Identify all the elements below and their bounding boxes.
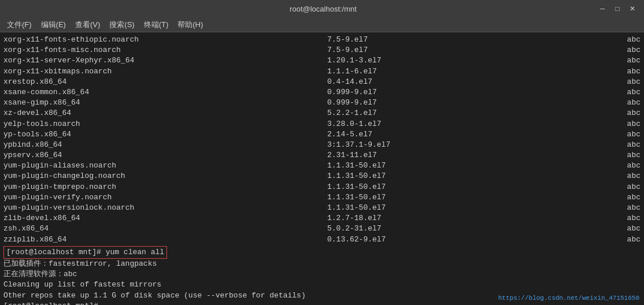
table-row: yum-plugin-changelog.noarch1.1.31-50.el7…: [3, 171, 641, 181]
menu-file[interactable]: 文件(F): [2, 18, 36, 31]
package-name: yelp-tools.noarch: [3, 119, 200, 129]
package-repo: abc: [627, 98, 641, 108]
table-row: zziplib.x86_640.13.62-9.el7abc: [3, 235, 641, 245]
package-name: xorg-x11-xbitmaps.noarch: [3, 66, 200, 77]
terminal-wrapper: xorg-x11-fonts-ethiopic.noarch7.5-9.el7a…: [0, 32, 644, 305]
package-repo: abc: [627, 182, 641, 192]
package-name: zsh.x86_64: [3, 224, 200, 234]
output-line: Cleaning up list of fastest mirrors: [3, 280, 641, 290]
package-repo: abc: [627, 55, 641, 66]
menu-terminal[interactable]: 终端(T): [139, 18, 173, 31]
blog-link: https://blog.csdn.net/weixin_47151650: [498, 295, 639, 302]
table-row: zlib-devel.x86_641.2.7-18.el7abc: [3, 213, 641, 224]
table-row: xrestop.x86_640.4-14.el7abc: [3, 77, 641, 87]
package-repo: abc: [627, 213, 641, 224]
package-name: yum-plugin-tmprepo.noarch: [3, 182, 200, 192]
package-version: 1.1.31-50.el7: [327, 203, 431, 213]
package-version: 1.1.31-50.el7: [327, 182, 431, 192]
package-name: xrestop.x86_64: [3, 77, 200, 87]
package-version: 0.999-9.el7: [327, 98, 431, 108]
maximize-button[interactable]: □: [610, 3, 624, 14]
package-repo: abc: [627, 35, 641, 45]
terminal-window: root@localhost:/mnt ─ □ ✕ 文件(F) 编辑(E) 查看…: [0, 0, 644, 305]
package-repo: abc: [627, 171, 641, 181]
command-prompt: [root@localhost mnt]#: [6, 248, 106, 256]
terminal-body[interactable]: xorg-x11-fonts-ethiopic.noarch7.5-9.el7a…: [0, 32, 644, 305]
package-repo: abc: [627, 119, 641, 129]
table-row: yp-tools.x86_642.14-5.el7abc: [3, 129, 641, 140]
package-version: 7.5-9.el7: [327, 35, 431, 45]
command-line: [root@localhost mnt]# yum clean all: [3, 246, 641, 259]
table-row: yum-plugin-versionlock.noarch1.1.31-50.e…: [3, 203, 641, 213]
table-row: xorg-x11-server-Xephyr.x86_641.20.1-3.el…: [3, 55, 641, 66]
table-row: yum-plugin-tmprepo.noarch1.1.31-50.el7ab…: [3, 182, 641, 192]
menu-help[interactable]: 帮助(H): [173, 18, 208, 31]
package-version: 7.5-9.el7: [327, 45, 431, 55]
package-name: zlib-devel.x86_64: [3, 213, 200, 224]
table-row: xorg-x11-fonts-misc.noarch7.5-9.el7abc: [3, 45, 641, 55]
menu-view[interactable]: 查看(V): [71, 18, 105, 31]
menubar: 文件(F) 编辑(E) 查看(V) 搜索(S) 终端(T) 帮助(H): [0, 17, 644, 32]
table-row: xorg-x11-fonts-ethiopic.noarch7.5-9.el7a…: [3, 35, 641, 45]
package-version: 5.0.2-31.el7: [327, 224, 431, 234]
package-version: 1.1.31-50.el7: [327, 171, 431, 181]
package-version: 1.1.31-50.el7: [327, 192, 431, 203]
package-name: xorg-x11-fonts-ethiopic.noarch: [3, 35, 200, 45]
menu-search[interactable]: 搜索(S): [105, 18, 139, 31]
table-row: ypbind.x86_643:1.37.1-9.el7abc: [3, 140, 641, 150]
table-row: ypserv.x86_642.31-11.el7abc: [3, 150, 641, 161]
package-version: 1.1.31-50.el7: [327, 161, 431, 171]
package-name: xz-devel.x86_64: [3, 108, 200, 118]
table-row: yelp-tools.noarch3.28.0-1.el7abc: [3, 119, 641, 129]
package-version: 1.2.7-18.el7: [327, 213, 431, 224]
package-name: yum-plugin-aliases.noarch: [3, 161, 200, 171]
command-text: yum clean all: [106, 248, 164, 256]
package-repo: abc: [627, 140, 641, 150]
table-row: xorg-x11-xbitmaps.noarch1.1.1-6.el7abc: [3, 66, 641, 77]
command-box: [root@localhost mnt]# yum clean all: [3, 246, 167, 259]
package-version: 1.20.1-3.el7: [327, 55, 431, 66]
table-row: zsh.x86_645.0.2-31.el7abc: [3, 224, 641, 234]
package-name: ypbind.x86_64: [3, 140, 200, 150]
table-row: xsane-gimp.x86_640.999-9.el7abc: [3, 98, 641, 108]
package-version: 0.999-9.el7: [327, 87, 431, 98]
package-name: zziplib.x86_64: [3, 235, 200, 245]
package-version: 3:1.37.1-9.el7: [327, 140, 431, 150]
package-version: 0.4-14.el7: [327, 77, 431, 87]
package-name: ypserv.x86_64: [3, 150, 200, 161]
table-row: xz-devel.x86_645.2.2-1.el7abc: [3, 108, 641, 118]
package-repo: abc: [627, 45, 641, 55]
package-repo: abc: [627, 87, 641, 98]
package-version: 2.14-5.el7: [327, 129, 431, 140]
package-name: yum-plugin-changelog.noarch: [3, 171, 200, 181]
package-name: xorg-x11-fonts-misc.noarch: [3, 45, 200, 55]
package-name: xsane-gimp.x86_64: [3, 98, 200, 108]
package-name: xorg-x11-server-Xephyr.x86_64: [3, 55, 200, 66]
package-repo: abc: [627, 203, 641, 213]
minimize-button[interactable]: ─: [595, 3, 609, 14]
output-line: 正在清理软件源：abc: [3, 269, 641, 280]
window-controls: ─ □ ✕: [595, 3, 639, 14]
package-repo: abc: [627, 235, 641, 245]
menu-edit[interactable]: 编辑(E): [36, 18, 71, 31]
package-repo: abc: [627, 224, 641, 234]
package-version: 0.13.62-9.el7: [327, 235, 431, 245]
package-repo: abc: [627, 192, 641, 203]
window-title: root@localhost:/mnt: [51, 5, 595, 13]
package-repo: abc: [627, 161, 641, 171]
package-repo: abc: [627, 66, 641, 77]
package-name: yum-plugin-versionlock.noarch: [3, 203, 200, 213]
titlebar: root@localhost:/mnt ─ □ ✕: [0, 0, 644, 17]
output-line: 已加载插件：fastestmirror, langpacks: [3, 259, 641, 269]
table-row: xsane-common.x86_640.999-9.el7abc: [3, 87, 641, 98]
table-row: yum-plugin-aliases.noarch1.1.31-50.el7ab…: [3, 161, 641, 171]
package-repo: abc: [627, 108, 641, 118]
package-repo: abc: [627, 77, 641, 87]
package-version: 1.1.1-6.el7: [327, 66, 431, 77]
package-version: 5.2.2-1.el7: [327, 108, 431, 118]
close-button[interactable]: ✕: [626, 3, 639, 14]
package-version: 3.28.0-1.el7: [327, 119, 431, 129]
package-repo: abc: [627, 150, 641, 161]
package-name: yp-tools.x86_64: [3, 129, 200, 140]
table-row: yum-plugin-verify.noarch1.1.31-50.el7abc: [3, 192, 641, 203]
